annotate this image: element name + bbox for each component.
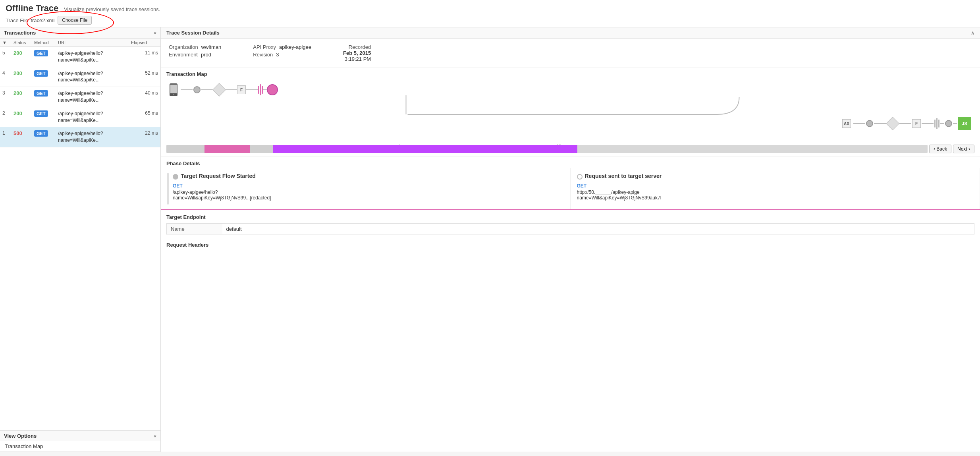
transactions-collapse-icon[interactable]: «: [154, 30, 156, 36]
timeline-bar-container: ‹ Back Next ›: [166, 145, 974, 153]
transactions-header: Transactions «: [0, 27, 160, 39]
table-row[interactable]: 2 200 GET /apikey-apigee/hello?name=Will…: [0, 107, 160, 128]
phase-card-content-2: Request sent to target server GET http:/…: [577, 173, 662, 205]
phase-card-1: Target Request Flow Started GET /apikey-…: [161, 168, 571, 209]
flow-bar-pink: [258, 86, 259, 94]
choose-file-button[interactable]: Choose File: [58, 16, 92, 25]
request-headers-title: Request Headers: [161, 239, 980, 249]
endpoint-table: Name default: [166, 223, 974, 235]
phase-card-title-2: Request sent to target server: [585, 173, 662, 179]
flow-circle-gray: [193, 86, 201, 93]
view-options-header[interactable]: View Options «: [0, 431, 160, 441]
table-header: ▼ Status Method URI Elapsed: [0, 39, 160, 47]
flow-line: [246, 89, 258, 90]
status-col-header: Status: [14, 40, 34, 45]
flow-f-label: F: [237, 85, 246, 94]
table-row[interactable]: 4 200 GET /apikey-apigee/hello?name=Will…: [0, 67, 160, 87]
transaction-map-section: Transaction Map: [161, 68, 980, 157]
endpoint-name-value: default: [222, 224, 974, 235]
flow-line: [922, 123, 934, 124]
session-proxy-revision: API Proxy apikey-apigee Revision 3: [253, 44, 311, 59]
env-label: Environment: [169, 52, 198, 58]
org-value: wwitman: [201, 44, 222, 50]
timeline-nav: ‹ Back Next ›: [929, 145, 974, 153]
phase-indicator-2: [577, 174, 583, 180]
tx-method: GET: [34, 50, 48, 56]
arrow-path: [170, 99, 970, 115]
file-area: trace2.xml Choose File: [31, 16, 92, 25]
svg-rect-1: [170, 85, 177, 93]
transactions-title: Transactions: [4, 30, 36, 36]
tx-uri: /apikey-apigee/hello?name=Will&apiKe...: [58, 50, 131, 64]
flow-line: [263, 89, 267, 90]
org-row: Organization wwitman: [169, 44, 221, 50]
tx-method: GET: [34, 90, 48, 97]
flow-diamond2: [886, 117, 899, 130]
tx-num: 1: [2, 130, 14, 136]
tx-status: 200: [14, 110, 34, 116]
trace-file-row: Trace File trace2.xml Choose File: [6, 16, 974, 25]
flow-bars2: [934, 118, 939, 129]
flow-bar-tall: [936, 118, 938, 129]
flow-line: [201, 89, 213, 90]
flow-line: [225, 89, 237, 90]
proxy-row: API Proxy apikey-apigee: [253, 44, 311, 50]
view-options-transaction-map[interactable]: Transaction Map: [0, 441, 160, 452]
session-org-env: Organization wwitman Environment prod: [169, 44, 221, 59]
transaction-map-title: Transaction Map: [161, 68, 980, 79]
flow-circle-gray3: [945, 120, 952, 127]
view-options: View Options « Transaction Map: [0, 430, 160, 452]
tx-num: 4: [2, 70, 14, 76]
timeline-section: 1ms ⌐ ⌐ 10ms ‹ Back Next ›: [161, 142, 980, 157]
next-button[interactable]: Next ›: [953, 145, 974, 153]
endpoint-name-label: Name: [167, 224, 222, 235]
phase-card-2: Request sent to target server GET http:/…: [571, 168, 980, 209]
tx-status: 200: [14, 70, 34, 76]
sort-icon[interactable]: ▼: [2, 40, 14, 45]
view-options-title: View Options: [4, 433, 37, 439]
endpoint-name-row: Name default: [167, 224, 974, 235]
phase-card-header-2: Request sent to target server: [577, 173, 662, 181]
uri-col-header: URI: [58, 40, 131, 45]
flow-bottom-row: AX F: [166, 117, 974, 130]
table-row[interactable]: 1 500 GET /apikey-apigee/hello?name=Will…: [0, 127, 160, 147]
env-row: Environment prod: [169, 52, 221, 58]
tx-num: 5: [2, 50, 14, 56]
transactions-list: 5 200 GET /apikey-apigee/hello?name=Will…: [0, 47, 160, 430]
timeline-track: [166, 145, 928, 153]
trace-session-title: Trace Session Details: [166, 30, 220, 36]
table-row[interactable]: 5 200 GET /apikey-apigee/hello?name=Will…: [0, 47, 160, 67]
view-options-collapse-icon[interactable]: «: [154, 433, 156, 439]
flow-diamond: [212, 83, 226, 97]
tx-status: 200: [14, 50, 34, 56]
flow-line: [899, 123, 911, 124]
tx-method: GET: [34, 70, 48, 77]
proxy-value: apikey-apigee: [279, 44, 311, 50]
page-title: Offline Trace: [6, 3, 58, 13]
session-details: Organization wwitman Environment prod AP…: [161, 39, 980, 68]
trace-session-collapse-icon[interactable]: ∧: [971, 30, 974, 36]
tx-uri: /apikey-apigee/hello?name=Will&apiKe...: [58, 130, 131, 144]
table-row[interactable]: 3 200 GET /apikey-apigee/hello?name=Will…: [0, 87, 160, 107]
phase-details-title: Phase Details: [161, 157, 980, 168]
phase-indicator-1: [173, 174, 178, 180]
flow-f-label2: F: [912, 119, 921, 128]
tx-status: 500: [14, 130, 34, 136]
session-recorded: Recorded Feb 5, 2015 3:19:21 PM: [343, 44, 371, 62]
revision-label: Revision: [253, 52, 273, 58]
trace-file-name: trace2.xml: [31, 17, 54, 23]
flow-arrow-svg: [170, 95, 970, 115]
left-panel: Transactions « ▼ Status Method URI Elaps…: [0, 27, 161, 452]
phase-card-method-2: GET: [577, 183, 662, 189]
back-button[interactable]: ‹ Back: [929, 145, 951, 153]
tx-elapsed: 40 ms: [131, 90, 158, 96]
endpoint-title: Target Endpoint: [166, 214, 974, 220]
phone-node: [166, 83, 181, 97]
transaction-map: F: [161, 79, 980, 142]
elapsed-col-header: Elapsed: [131, 40, 158, 45]
phase-left-border: [167, 173, 169, 205]
page-subtitle: Visualize previously saved trace session…: [64, 6, 160, 12]
flow-bar: [934, 120, 936, 128]
flow-diamond-wrap: [213, 84, 225, 96]
phase-card-method-1: GET: [173, 183, 271, 189]
